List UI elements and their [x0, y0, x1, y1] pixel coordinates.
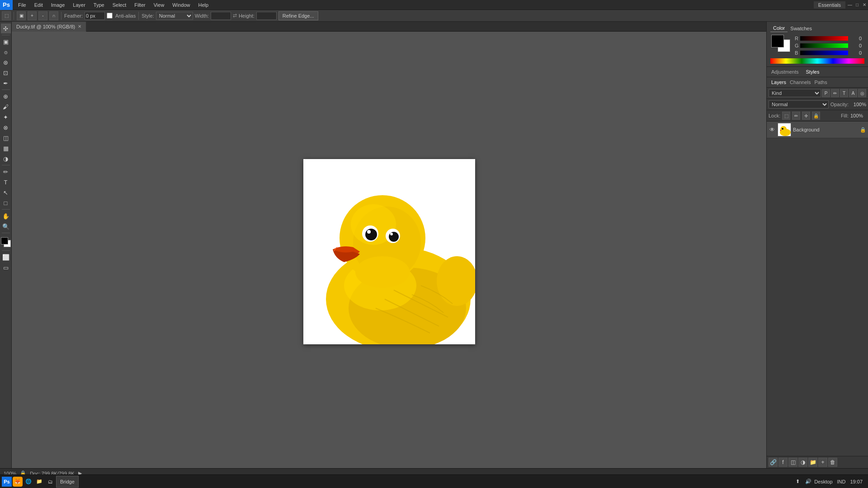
- menu-view[interactable]: View: [150, 1, 168, 9]
- tool-options-icon[interactable]: ⬚: [2, 11, 11, 20]
- essentials-label[interactable]: Essentials: [814, 1, 845, 9]
- tab-swatches[interactable]: Swatches: [788, 25, 815, 32]
- add-selection-btn[interactable]: +: [28, 11, 37, 20]
- desktop-label: Desktop: [814, 479, 832, 484]
- g-channel-row: G 0: [793, 42, 863, 49]
- path-select-tool[interactable]: ↖: [1, 188, 11, 197]
- move-tool[interactable]: ✣: [1, 23, 11, 33]
- tab-layers[interactable]: Layers: [769, 79, 788, 86]
- crop-tool[interactable]: ⊡: [1, 68, 11, 78]
- tab-paths[interactable]: Paths: [813, 79, 829, 86]
- layer-mask-btn[interactable]: ◫: [788, 458, 797, 467]
- menu-edit[interactable]: Edit: [31, 1, 47, 9]
- quick-mask-tool[interactable]: ⬜: [1, 252, 11, 262]
- taskbar-ps-icon[interactable]: Ps: [2, 477, 12, 487]
- layer-background[interactable]: 👁 Background 🔒: [767, 122, 868, 138]
- filter-btn-1[interactable]: P: [822, 89, 830, 97]
- menu-file[interactable]: File: [14, 1, 30, 9]
- text-tool[interactable]: T: [1, 177, 11, 187]
- eraser-tool[interactable]: ◫: [1, 133, 11, 143]
- taskbar-folder-icon[interactable]: 🗂: [45, 477, 55, 487]
- taskbar-files-icon[interactable]: 📁: [34, 477, 44, 487]
- r-bar[interactable]: [800, 36, 848, 41]
- spectrum-bar[interactable]: [770, 58, 864, 64]
- intersect-selection-btn[interactable]: ∩: [49, 11, 58, 20]
- width-input[interactable]: [211, 12, 231, 20]
- menu-help[interactable]: Help: [194, 1, 212, 9]
- filter-kind-select[interactable]: Kind: [769, 89, 821, 97]
- taskbar-bridge-btn[interactable]: Bridge: [56, 476, 79, 488]
- filter-btn-3[interactable]: T: [840, 89, 848, 97]
- gradient-tool[interactable]: ▦: [1, 143, 11, 153]
- opacity-label: Opacity:: [830, 102, 849, 107]
- lock-transparent-btn[interactable]: ⬚: [782, 112, 790, 120]
- layer-new-btn[interactable]: +: [818, 458, 827, 467]
- taskbar-system-icon-1[interactable]: ⬆: [793, 477, 802, 487]
- fg-color-swatch[interactable]: [1, 237, 8, 244]
- lock-position-btn[interactable]: ✛: [802, 112, 810, 120]
- subtract-selection-btn[interactable]: -: [38, 11, 47, 20]
- menu-image[interactable]: Image: [47, 1, 69, 9]
- layer-link-btn[interactable]: 🔗: [769, 458, 778, 467]
- tab-channels[interactable]: Channels: [788, 79, 812, 86]
- style-select[interactable]: Normal Fixed Ratio Fixed Size: [156, 12, 193, 20]
- tab-adjustments[interactable]: Adjustments: [769, 68, 801, 75]
- width-label: Width:: [195, 13, 209, 19]
- refine-edge-button[interactable]: Refine Edge...: [278, 11, 318, 20]
- quick-select-tool[interactable]: ⊛: [1, 57, 11, 67]
- color-picker[interactable]: [1, 235, 11, 248]
- lasso-tool[interactable]: ⌾: [1, 47, 11, 57]
- layer-group-btn[interactable]: 📁: [808, 458, 817, 467]
- layer-adjustment-btn[interactable]: ◑: [798, 458, 807, 467]
- zoom-tool[interactable]: 🔍: [1, 221, 11, 231]
- taskbar-finder-icon[interactable]: 🦊: [13, 477, 23, 487]
- minimize-button[interactable]: —: [846, 1, 854, 9]
- tool-separator: [2, 35, 10, 35]
- filter-btn-4[interactable]: A: [849, 89, 857, 97]
- menu-select[interactable]: Select: [109, 1, 130, 9]
- menu-type[interactable]: Type: [90, 1, 108, 9]
- screen-mode-tool[interactable]: ▭: [1, 263, 11, 272]
- layer-fx-btn[interactable]: f: [778, 458, 788, 467]
- menu-layer[interactable]: Layer: [69, 1, 89, 9]
- tab-styles[interactable]: Styles: [804, 68, 821, 75]
- color-controls: R 0 G 0: [793, 35, 863, 56]
- color-swatch-container[interactable]: [771, 35, 791, 52]
- close-tab-button[interactable]: ✕: [78, 24, 81, 29]
- height-input[interactable]: [256, 12, 277, 20]
- r-bar-container[interactable]: [800, 36, 848, 41]
- new-selection-btn[interactable]: ▣: [17, 11, 26, 20]
- hand-tool[interactable]: ✋: [1, 211, 11, 221]
- tab-color[interactable]: Color: [770, 24, 788, 32]
- taskbar-system-icon-2[interactable]: 🔊: [803, 477, 813, 487]
- filter-btn-5[interactable]: ◎: [858, 89, 866, 97]
- eyedropper-tool[interactable]: ✒: [1, 78, 11, 88]
- antialias-checkbox[interactable]: [107, 13, 113, 19]
- g-bar[interactable]: [800, 43, 848, 48]
- lock-all-btn[interactable]: 🔒: [812, 112, 820, 120]
- g-bar-container[interactable]: [800, 43, 848, 48]
- fg-color-box[interactable]: [771, 35, 784, 47]
- shape-tool[interactable]: □: [1, 198, 11, 208]
- filter-btn-2[interactable]: ✏: [831, 89, 839, 97]
- feather-input[interactable]: [85, 12, 105, 20]
- menu-window[interactable]: Window: [169, 1, 193, 9]
- brush-tool[interactable]: 🖌: [1, 102, 11, 112]
- history-brush-tool[interactable]: ⊗: [1, 122, 11, 132]
- layer-visibility-icon[interactable]: 👁: [769, 126, 776, 133]
- document-tab[interactable]: Ducky.tif @ 100% (RGB/8) ✕: [12, 22, 86, 32]
- b-bar-container[interactable]: [800, 51, 848, 55]
- taskbar-browser-icon[interactable]: 🌐: [24, 477, 33, 487]
- b-bar[interactable]: [800, 51, 848, 55]
- maximize-button[interactable]: □: [854, 1, 861, 9]
- clone-tool[interactable]: ✦: [1, 112, 11, 122]
- layer-delete-btn[interactable]: 🗑: [828, 458, 837, 467]
- blend-mode-select[interactable]: Normal Multiply Screen: [769, 100, 829, 108]
- menu-filter[interactable]: Filter: [131, 1, 149, 9]
- marquee-tool[interactable]: ▣: [1, 37, 11, 47]
- close-button[interactable]: ✕: [861, 1, 868, 9]
- dodge-tool[interactable]: ◑: [1, 154, 11, 164]
- pen-tool[interactable]: ✏: [1, 167, 11, 177]
- lock-pixels-btn[interactable]: ✏: [792, 112, 800, 120]
- spot-heal-tool[interactable]: ⊕: [1, 91, 11, 101]
